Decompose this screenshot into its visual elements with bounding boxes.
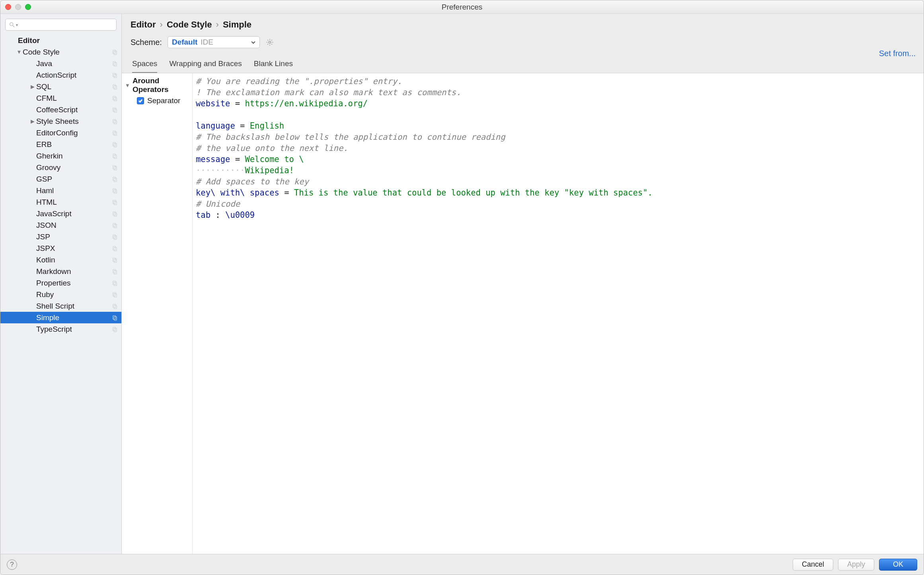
svg-line-59 [271,40,272,41]
tree-item-label: Kotlin [36,256,112,264]
svg-point-52 [269,41,271,43]
copy-icon [112,153,117,159]
tree-item-label: GSP [36,175,112,184]
tree-item[interactable]: Kotlin [0,254,121,266]
breadcrumb-item[interactable]: Code Style [167,20,212,30]
tab-wrapping[interactable]: Wrapping and Braces [169,59,242,73]
tree-item[interactable]: EditorConfig [0,127,121,139]
svg-rect-30 [113,211,116,215]
tree-item-label: Code Style [23,48,112,57]
code-preview[interactable]: # You are reading the ".properties" entr… [193,73,924,554]
tree-item[interactable]: Shell Script [0,300,121,312]
tree-item-label: Gherkin [36,152,112,160]
help-button[interactable]: ? [7,559,17,570]
tree-item[interactable]: Markdown [0,266,121,277]
svg-rect-6 [113,73,116,76]
tree-item[interactable]: JavaScript [0,208,121,219]
scheme-value: Default [172,38,197,47]
svg-point-0 [10,23,13,26]
tree-item[interactable]: ▼Code Style [0,46,121,58]
svg-rect-8 [113,84,116,88]
tree-item[interactable]: Simple [0,312,121,323]
tab-blank[interactable]: Blank Lines [254,59,293,73]
svg-rect-48 [113,315,116,319]
copy-icon [112,96,117,101]
svg-rect-38 [113,258,116,261]
tree-item[interactable]: HTML [0,196,121,208]
search-icon [9,22,15,28]
checkbox-checked-icon[interactable] [137,97,144,104]
svg-rect-31 [114,213,117,216]
tree-item-label: ActionScript [36,71,112,80]
svg-line-58 [271,44,272,45]
tree-item[interactable]: ERB [0,139,121,150]
tree-item[interactable]: Haml [0,185,121,196]
tree-item[interactable]: ▶Style Sheets [0,115,121,127]
svg-rect-42 [113,281,116,284]
copy-icon [112,303,117,309]
tree-section[interactable]: Editor [0,35,121,46]
ok-button[interactable]: OK [879,559,917,571]
breadcrumb-item[interactable]: Editor [131,20,156,30]
svg-rect-20 [113,154,116,157]
cancel-button[interactable]: Cancel [793,559,833,571]
apply-button[interactable]: Apply [838,559,874,571]
settings-tree[interactable]: Editor▼Code StyleJavaActionScript▶SQLCFM… [0,35,121,554]
footer: ? Cancel Apply OK [0,554,924,575]
minimize-window-button[interactable] [15,4,21,10]
svg-rect-14 [113,119,116,123]
close-window-button[interactable] [5,4,11,10]
svg-rect-51 [114,328,117,332]
tree-item[interactable]: ActionScript [0,69,121,81]
tree-item[interactable]: CFML [0,92,121,104]
search-field[interactable] [20,21,113,29]
tree-item[interactable]: JSPX [0,243,121,254]
tree-item[interactable]: TypeScript [0,323,121,335]
checkbox-label: Separator [147,96,180,105]
chevron-right-icon: ▶ [30,118,35,124]
tree-item-label: Groovy [36,163,112,172]
tree-item[interactable]: Gherkin [0,150,121,162]
tree-item-label: JSP [36,233,112,241]
scheme-dropdown[interactable]: Default IDE [168,36,260,48]
svg-line-57 [267,40,268,41]
svg-rect-12 [113,108,116,111]
tree-item[interactable]: GSP [0,173,121,185]
zoom-window-button[interactable] [25,4,31,10]
tree-item[interactable]: Ruby [0,289,121,300]
svg-line-60 [267,44,268,45]
main-pane: Editor › Code Style › Simple Scheme: Def… [122,14,924,554]
tree-item[interactable]: JSP [0,231,121,243]
separator-checkbox-row[interactable]: Separator [125,96,189,105]
copy-icon [112,188,117,194]
tree-item-label: ERB [36,140,112,149]
option-group[interactable]: ▼ Around Operators [125,76,189,94]
copy-icon [112,84,117,90]
copy-icon [112,269,117,274]
tree-item[interactable]: JSON [0,219,121,231]
tree-item-label: CoffeeScript [36,106,112,114]
svg-rect-27 [114,190,117,193]
tree-item[interactable]: Properties [0,277,121,289]
svg-rect-29 [114,201,117,205]
svg-rect-24 [113,177,116,180]
breadcrumb-item[interactable]: Simple [223,20,251,30]
set-from-link[interactable]: Set from... [879,49,916,58]
scheme-actions-button[interactable] [265,38,274,47]
copy-icon [112,130,117,136]
svg-rect-26 [113,188,116,192]
tree-item[interactable]: ▶SQL [0,81,121,92]
copy-icon [112,61,117,66]
tree-item-label: Style Sheets [36,117,112,126]
copy-icon [112,234,117,240]
tree-item-label: EditorConfig [36,129,112,137]
tree-item[interactable]: CoffeeScript [0,104,121,115]
tabs: Spaces Wrapping and Braces Blank Lines [122,51,924,73]
chevron-right-icon: ▶ [30,84,35,90]
tree-item[interactable]: Groovy [0,162,121,173]
svg-rect-23 [114,166,117,170]
breadcrumb-sep: › [216,20,219,30]
search-input[interactable]: ▾ [5,19,117,31]
tree-item[interactable]: Java [0,58,121,69]
tab-spaces[interactable]: Spaces [132,59,157,73]
